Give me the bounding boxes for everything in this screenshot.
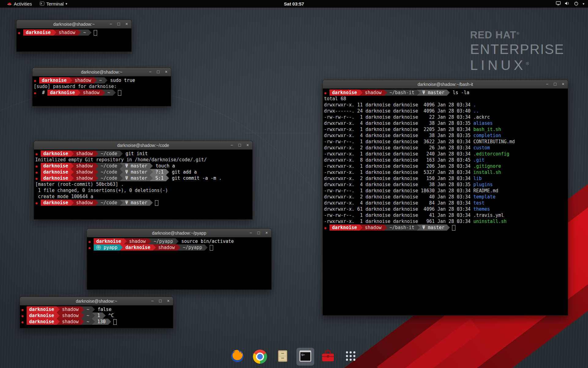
powerline-arrow-icon <box>92 312 95 319</box>
prompt-segment-user: darknoise <box>123 244 153 251</box>
prompt-segment-git: Ψ master <box>123 175 150 181</box>
terminal-line: drwxrwxr-x. 4 darknoise darknoise 38 Jan… <box>324 132 566 139</box>
dock: $> <box>228 348 360 366</box>
prompt-segment-host: shadow <box>74 175 95 181</box>
chrome-icon <box>253 350 267 364</box>
powerline-arrow-icon <box>175 238 179 244</box>
terminal-content[interactable]: ● darknoiseshadow~ false● darknoiseshado… <box>20 305 173 325</box>
dock-firefox[interactable] <box>228 348 246 366</box>
minimize-button[interactable]: − <box>248 231 253 235</box>
powerline-arrow-icon <box>71 169 74 175</box>
close-button[interactable]: × <box>264 231 269 235</box>
terminal-text: create mode 100644 a <box>35 194 93 199</box>
app-menu-terminal[interactable]: Terminal ▾ <box>37 0 70 8</box>
terminal-window-bash-it: darknoise@shadow:~/bash-it − □ × ● darkn… <box>322 80 568 316</box>
powerline-arrow-icon <box>120 175 123 181</box>
maximize-button[interactable]: □ <box>237 143 242 148</box>
powerline-arrow-icon <box>78 29 81 36</box>
display-icon[interactable] <box>556 1 561 6</box>
terminal-line: Initialized empty Git repository in /hom… <box>35 157 251 163</box>
terminal-content[interactable]: ● darknoiseshadow~/bash-itΨ master ls -l… <box>323 89 568 231</box>
powerline-arrow-icon <box>120 200 123 206</box>
terminal-text: drwxrwxr-x. 61 darknoise darknoise 4096 … <box>324 206 473 212</box>
terminal-text: .git <box>473 157 484 163</box>
powerline-arrow-icon <box>166 169 169 175</box>
dock-app-grid[interactable] <box>342 348 360 366</box>
prompt-segment-path: ~/pyapp <box>151 238 175 244</box>
terminal-line: [master (root-commit) 50bcb63] . <box>35 181 251 187</box>
os-icon: ● <box>21 308 25 312</box>
text-cursor <box>155 200 158 206</box>
rhel-wordmark: RED HAT® ENTERPRISE LINUX® <box>470 29 564 73</box>
dock-chrome[interactable] <box>251 348 269 366</box>
window-titlebar[interactable]: darknoise@shadow:~ − □ × <box>20 297 173 305</box>
powerline-arrow-icon <box>177 244 180 251</box>
system-menu-chevron-icon[interactable]: ▾ <box>582 2 584 6</box>
dock-files[interactable] <box>274 348 292 366</box>
clock[interactable]: Sat 03:57 <box>284 1 304 6</box>
powerline-arrow-icon <box>120 163 123 169</box>
prompt-segment-user: darknoise <box>41 163 70 169</box>
minimize-button[interactable]: − <box>108 22 113 26</box>
dock-toolbox[interactable] <box>319 348 337 366</box>
terminal-line: ● darknoiseshadow~1 ^C <box>21 312 171 319</box>
close-button[interactable]: × <box>164 70 168 74</box>
os-icon: ● <box>36 177 40 181</box>
terminal-content[interactable]: ● darknoiseshadow~ <box>17 29 131 36</box>
minimize-button[interactable]: − <box>229 143 234 148</box>
maximize-button[interactable]: □ <box>156 70 160 74</box>
minimize-button[interactable]: − <box>148 70 153 74</box>
window-titlebar[interactable]: darknoise@shadow:~ − □ × <box>17 20 131 29</box>
desktop-screen: Activities Terminal ▾ Sat 03:57 <box>0 0 588 368</box>
dock-terminal[interactable]: $> <box>296 348 314 366</box>
maximize-button[interactable]: □ <box>553 82 557 86</box>
prompt-segment-exit: 130 <box>95 319 108 325</box>
activities-label: Activities <box>14 1 32 6</box>
window-titlebar[interactable]: darknoise@shadow:~/code − □ × <box>34 141 252 150</box>
window-titlebar[interactable]: darknoise@shadow:~/pyapp − □ × <box>87 229 271 237</box>
close-button[interactable]: × <box>245 143 250 148</box>
powerline-arrow-icon <box>71 200 74 206</box>
terminal-line: -rwxrwxr-x. 1 darknoise darknoise 961 Ja… <box>324 218 566 224</box>
terminal-line: ● # darknoiseshadow~ <box>34 90 169 96</box>
minimize-button[interactable]: − <box>545 82 549 86</box>
powerline-arrow-icon <box>69 77 72 83</box>
terminal-line: drwxrwxr-x. 61 darknoise darknoise 4096 … <box>324 206 566 212</box>
prompt-segment-path: ~/bash-it <box>387 90 417 96</box>
volume-icon[interactable] <box>565 1 570 6</box>
close-button[interactable]: × <box>166 299 171 303</box>
prompt-segment-path: ~/code <box>98 200 120 206</box>
activities-button[interactable]: Activities <box>4 0 35 8</box>
terminal-content[interactable]: ● darknoiseshadow~ sudo true[sudo] passw… <box>32 76 171 96</box>
prompt-segment-git: Ψ master <box>420 90 447 96</box>
power-icon[interactable] <box>574 1 579 7</box>
wallpaper-line <box>245 133 311 133</box>
svg-text:$>: $> <box>301 353 305 356</box>
powerline-arrow-icon <box>150 163 153 169</box>
files-icon <box>276 349 289 364</box>
os-icon: ● <box>324 91 328 95</box>
terminal-content[interactable]: ● darknoiseshadow~/code git initInitiali… <box>34 150 252 206</box>
maximize-button[interactable]: □ <box>116 22 121 26</box>
prompt-segment-stat: ?:1 <box>153 169 166 175</box>
close-button[interactable]: × <box>124 22 129 26</box>
text-cursor <box>94 30 97 36</box>
redhat-logo-icon <box>7 1 12 6</box>
terminal-text: install.sh <box>473 170 501 175</box>
terminal-line: drwxrwxr-x. 4 darknoise darknoise 38 Jan… <box>324 182 566 188</box>
os-icon: ● <box>36 164 40 168</box>
terminal-text: template <box>473 194 496 200</box>
maximize-button[interactable]: □ <box>158 299 163 303</box>
prompt-segment-host: shadow <box>74 151 95 157</box>
powerline-arrow-icon <box>384 90 387 96</box>
window-titlebar[interactable]: darknoise@shadow:~ − □ × <box>32 68 171 76</box>
terminal-content[interactable]: ● darknoiseshadow~/pyapp source bin/acti… <box>87 237 271 251</box>
prompt-segment-path: ~ <box>105 90 113 96</box>
close-button[interactable]: × <box>561 82 565 86</box>
brand-enterprise: ENTERPRISE <box>470 41 564 57</box>
maximize-button[interactable]: □ <box>256 231 261 235</box>
prompt-segment-user: darknoise <box>330 224 359 231</box>
minimize-button[interactable]: − <box>150 299 155 303</box>
terminal-text: uninstall.sh <box>473 219 507 224</box>
window-titlebar[interactable]: darknoise@shadow:~/bash-it − □ × <box>323 80 568 89</box>
